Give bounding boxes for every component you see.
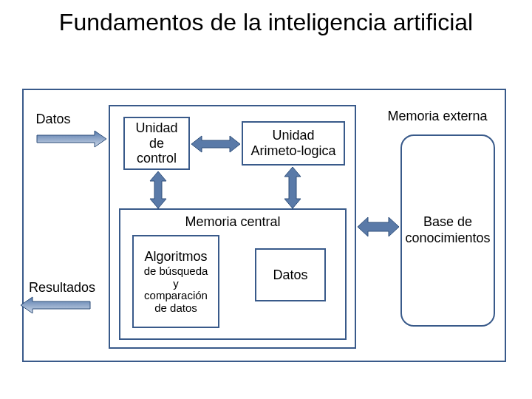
label-algoritmos-sub: de búsqueda y comparación de datos — [144, 265, 208, 314]
label-memoria-central: Memoria central — [120, 210, 345, 230]
arrow-datos-in — [37, 131, 106, 147]
label-resultados: Resultados — [25, 281, 99, 296]
page-title: Fundamentos de la inteligencia artificia… — [0, 0, 532, 36]
svg-marker-4 — [284, 167, 301, 208]
label-algoritmos-title: Algoritmos — [144, 249, 207, 265]
svg-marker-2 — [191, 136, 240, 152]
outer-frame: Datos Resultados Memoria externa Unidad … — [22, 89, 506, 362]
svg-marker-5 — [358, 217, 399, 236]
svg-marker-3 — [150, 171, 166, 208]
arrow-alu-mem — [284, 167, 301, 208]
box-datos: Datos — [255, 248, 326, 301]
label-datos: Datos — [31, 112, 75, 127]
box-algoritmos: Algoritmos de búsqueda y comparación de … — [132, 235, 219, 328]
arrow-cpu-kb — [358, 217, 399, 236]
inner-frame: Unidad de control Unidad Arimeto-logica … — [109, 105, 356, 349]
box-unidad-alu: Unidad Arimeto-logica — [242, 121, 345, 166]
arrow-control-alu — [191, 136, 240, 152]
box-base-conocimientos: Base de conocimientos — [400, 134, 495, 327]
box-memoria-central: Memoria central Algoritmos de búsqueda y… — [119, 208, 347, 340]
arrow-control-mem — [150, 171, 166, 208]
label-memoria-externa: Memoria externa — [378, 109, 497, 124]
svg-marker-1 — [21, 297, 90, 313]
arrow-resultados-out — [21, 297, 90, 313]
svg-marker-0 — [37, 131, 106, 147]
box-unidad-control: Unidad de control — [123, 117, 190, 170]
